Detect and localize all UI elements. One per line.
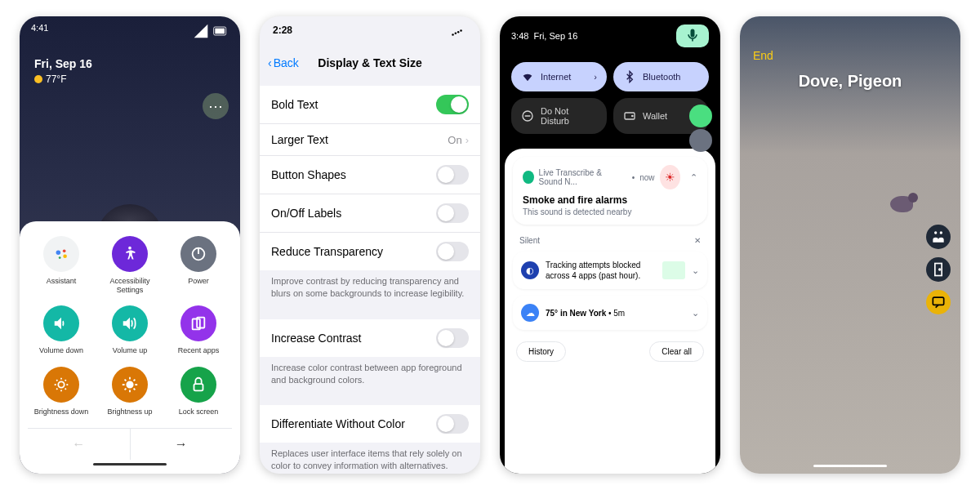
svg-rect-13: [194, 384, 203, 390]
svg-point-26: [939, 269, 941, 270]
svg-point-11: [58, 382, 64, 388]
accessibility-icon: [112, 236, 148, 272]
svg-rect-27: [933, 297, 943, 305]
home-indicator[interactable]: [93, 463, 167, 466]
toggle-increase-contrast[interactable]: [436, 328, 469, 348]
toggle-differentiate-color[interactable]: [436, 414, 469, 434]
accessibility-fab[interactable]: [689, 105, 712, 127]
nav-bar: ‹ Back Display & Text Size: [260, 51, 480, 74]
lookout-camera-view: End Dove, Pigeon: [740, 16, 960, 474]
status-bar: 4:41: [20, 16, 240, 46]
tile-volume-down[interactable]: Volume down: [28, 305, 95, 355]
volume-up-icon: [112, 305, 148, 341]
svg-point-6: [128, 247, 131, 250]
row-button-shapes[interactable]: Button Shapes: [260, 156, 480, 194]
row-differentiate-color[interactable]: Differentiate Without Color: [260, 405, 480, 443]
door-mode-button[interactable]: [926, 257, 951, 282]
status-time: 4:41: [31, 23, 48, 39]
qs-dnd[interactable]: Do Not Disturb: [511, 98, 607, 134]
people-mode-button[interactable]: [926, 225, 951, 249]
more-button[interactable]: ⋯: [203, 93, 229, 119]
assistant-icon: [43, 236, 79, 272]
next-page-button[interactable]: →: [131, 429, 233, 460]
notification-tracking[interactable]: ◐ Tracking attempts blocked across 4 app…: [513, 252, 707, 289]
svg-rect-1: [215, 29, 225, 34]
alarm-icon: ☀: [660, 165, 680, 189]
svg-point-12: [127, 382, 132, 388]
row-increase-contrast[interactable]: Increase Contrast: [260, 319, 480, 357]
close-icon[interactable]: ✕: [694, 236, 701, 245]
side-toolbar: [926, 225, 951, 314]
desc-increase-contrast: Increase color contrast between app fore…: [260, 357, 480, 394]
bluetooth-icon: [623, 70, 636, 83]
svg-point-5: [59, 256, 61, 259]
toggle-bold-text[interactable]: [436, 95, 469, 114]
toggle-reduce-transparency[interactable]: [436, 242, 469, 261]
android-notification-shade: 3:48 Fri, Sep 16 Internet › Bluetooth Do…: [500, 16, 720, 474]
ios-display-settings: 2:28 ‹ Back Display & Text Size Bold Tex…: [260, 16, 480, 474]
status-icons: [451, 24, 467, 43]
desc-differentiate-color: Replaces user interface items that rely …: [260, 443, 480, 474]
row-bold-text[interactable]: Bold Text: [260, 86, 480, 124]
mic-indicator[interactable]: [676, 24, 709, 47]
svg-point-15: [455, 33, 457, 35]
svg-point-2: [56, 250, 61, 255]
prev-page-button: ←: [28, 429, 131, 460]
back-button[interactable]: ‹ Back: [268, 56, 299, 69]
status-bar: 3:48 Fri, Sep 16: [500, 16, 720, 56]
lock-icon: [180, 367, 216, 403]
toggle-onoff-labels[interactable]: [436, 203, 469, 223]
qs-bluetooth[interactable]: Bluetooth: [613, 62, 709, 91]
android-home-screen: 4:41 Fri, Sep 16 77°F ⋯ Assistant Access…: [20, 16, 240, 474]
home-indicator[interactable]: [813, 465, 887, 467]
sun-icon: [34, 75, 42, 83]
history-button[interactable]: History: [516, 341, 566, 362]
svg-rect-18: [691, 29, 695, 38]
collapse-icon[interactable]: ⌃: [690, 172, 697, 183]
svg-point-4: [63, 254, 67, 258]
svg-point-16: [457, 31, 460, 33]
tile-volume-up[interactable]: Volume up: [96, 305, 163, 355]
volume-down-icon: [43, 305, 79, 341]
app-icon: [523, 171, 534, 184]
row-reduce-transparency[interactable]: Reduce Transparency: [260, 233, 480, 270]
expand-icon[interactable]: ⌄: [692, 308, 699, 318]
toggle-button-shapes[interactable]: [436, 165, 469, 185]
home-date[interactable]: Fri, Sep 16: [20, 46, 240, 74]
qs-internet[interactable]: Internet ›: [511, 62, 607, 91]
tile-lock-screen[interactable]: Lock screen: [165, 367, 232, 416]
brightness-up-icon: [112, 367, 148, 403]
notification-weather[interactable]: ☁ 75° in New York • 5m ⌄: [513, 296, 707, 330]
notification-sound-alert[interactable]: Live Transcribe & Sound N... • now ☀ ⌃ S…: [513, 157, 707, 225]
tile-brightness-up[interactable]: Brightness up: [96, 367, 163, 416]
row-onoff-labels[interactable]: On/Off Labels: [260, 194, 480, 233]
status-icons: [193, 23, 229, 39]
expand-icon[interactable]: ⌄: [692, 265, 699, 276]
chevron-right-icon: ›: [594, 72, 597, 82]
tile-brightness-down[interactable]: Brightness down: [28, 367, 95, 416]
tile-assistant[interactable]: Assistant: [28, 236, 95, 295]
status-bar: 2:28: [260, 16, 480, 51]
chat-mode-button[interactable]: [926, 290, 951, 314]
tile-power[interactable]: Power: [165, 236, 232, 295]
wifi-icon: [521, 70, 534, 83]
power-icon: [180, 236, 216, 272]
clear-all-button[interactable]: Clear all: [649, 341, 704, 362]
row-larger-text[interactable]: Larger Text On›: [260, 124, 480, 156]
svg-point-24: [940, 231, 942, 234]
more-fab[interactable]: [689, 129, 712, 152]
brightness-down-icon: [43, 367, 79, 403]
recent-apps-icon: [180, 305, 216, 341]
end-button[interactable]: End: [753, 49, 773, 62]
svg-point-3: [63, 249, 66, 252]
detected-object: [890, 196, 920, 219]
silent-header: Silent ✕: [513, 233, 707, 252]
tile-accessibility-settings[interactable]: Accessibility Settings: [96, 236, 163, 295]
wallet-icon: [623, 109, 636, 122]
quick-settings: Internet › Bluetooth Do Not Disturb Wall…: [500, 56, 720, 140]
chevron-right-icon: ›: [466, 134, 469, 146]
svg-point-14: [452, 33, 454, 36]
svg-point-23: [934, 231, 937, 234]
tile-recent-apps[interactable]: Recent apps: [165, 305, 232, 355]
home-weather[interactable]: 77°F: [20, 74, 240, 85]
